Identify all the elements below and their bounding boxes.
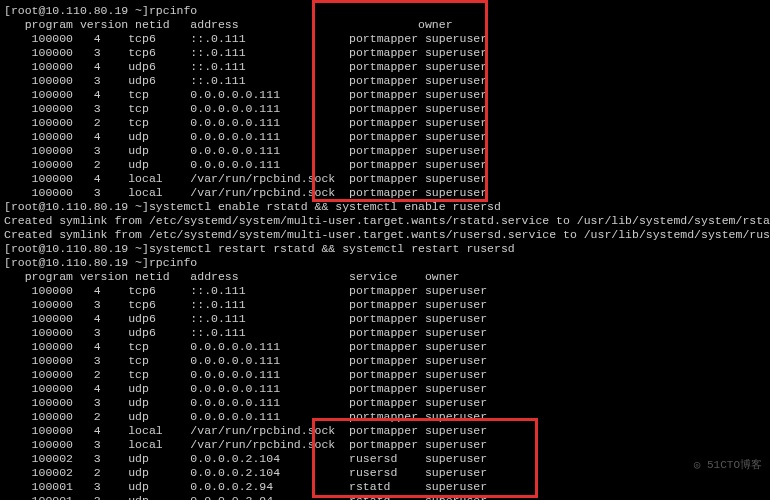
terminal-output: [root@10.110.80.19 ~]rpcinfo program ver…: [4, 4, 766, 500]
table-row: 100000 2 udp 0.0.0.0.0.111 portmapper su…: [4, 410, 766, 424]
table-row: 100001 2 udp 0.0.0.0.2.94 rstatd superus…: [4, 494, 766, 500]
symlink-line: Created symlink from /etc/systemd/system…: [4, 214, 766, 228]
table-row: 100002 2 udp 0.0.0.0.2.104 rusersd super…: [4, 466, 766, 480]
table-row: 100000 4 tcp 0.0.0.0.0.111 portmapper su…: [4, 88, 766, 102]
table-row: 100000 3 local /var/run/rpcbind.sock por…: [4, 186, 766, 200]
table-row: 100000 4 udp6 ::.0.111 portmapper superu…: [4, 312, 766, 326]
table-row: 100000 3 udp 0.0.0.0.0.111 portmapper su…: [4, 144, 766, 158]
table-row: 100000 4 udp 0.0.0.0.0.111 portmapper su…: [4, 130, 766, 144]
table-row: 100000 2 tcp 0.0.0.0.0.111 portmapper su…: [4, 368, 766, 382]
table-header: program version netid address owner: [4, 18, 766, 32]
prompt-line: [root@10.110.80.19 ~]rpcinfo: [4, 256, 766, 270]
table-row: 100000 3 udp6 ::.0.111 portmapper superu…: [4, 326, 766, 340]
table-row: 100000 3 udp 0.0.0.0.0.111 portmapper su…: [4, 396, 766, 410]
table-row: 100000 2 tcp 0.0.0.0.0.111 portmapper su…: [4, 116, 766, 130]
table-row: 100000 4 local /var/run/rpcbind.sock por…: [4, 424, 766, 438]
table-row: 100000 3 tcp6 ::.0.111 portmapper superu…: [4, 46, 766, 60]
prompt-line: [root@10.110.80.19 ~]rpcinfo: [4, 4, 766, 18]
table-row: 100000 4 udp6 ::.0.111 portmapper superu…: [4, 60, 766, 74]
table-row: 100000 3 tcp6 ::.0.111 portmapper superu…: [4, 298, 766, 312]
table-row: 100000 3 local /var/run/rpcbind.sock por…: [4, 438, 766, 452]
prompt-line: [root@10.110.80.19 ~]systemctl enable rs…: [4, 200, 766, 214]
table-row: 100000 4 tcp6 ::.0.111 portmapper superu…: [4, 284, 766, 298]
table-row: 100000 4 udp 0.0.0.0.0.111 portmapper su…: [4, 382, 766, 396]
table-row: 100000 4 local /var/run/rpcbind.sock por…: [4, 172, 766, 186]
table-row: 100000 4 tcp6 ::.0.111 portmapper superu…: [4, 32, 766, 46]
prompt-line: [root@10.110.80.19 ~]systemctl restart r…: [4, 242, 766, 256]
symlink-line: Created symlink from /etc/systemd/system…: [4, 228, 766, 242]
table-row: 100000 3 tcp 0.0.0.0.0.111 portmapper su…: [4, 102, 766, 116]
watermark: ◎ 51CTO博客: [694, 458, 762, 472]
table-row: 100001 3 udp 0.0.0.0.2.94 rstatd superus…: [4, 480, 766, 494]
table-row: 100000 3 tcp 0.0.0.0.0.111 portmapper su…: [4, 354, 766, 368]
table-header: program version netid address service ow…: [4, 270, 766, 284]
table-row: 100000 3 udp6 ::.0.111 portmapper superu…: [4, 74, 766, 88]
table-row: 100002 3 udp 0.0.0.0.2.104 rusersd super…: [4, 452, 766, 466]
table-row: 100000 4 tcp 0.0.0.0.0.111 portmapper su…: [4, 340, 766, 354]
table-row: 100000 2 udp 0.0.0.0.0.111 portmapper su…: [4, 158, 766, 172]
